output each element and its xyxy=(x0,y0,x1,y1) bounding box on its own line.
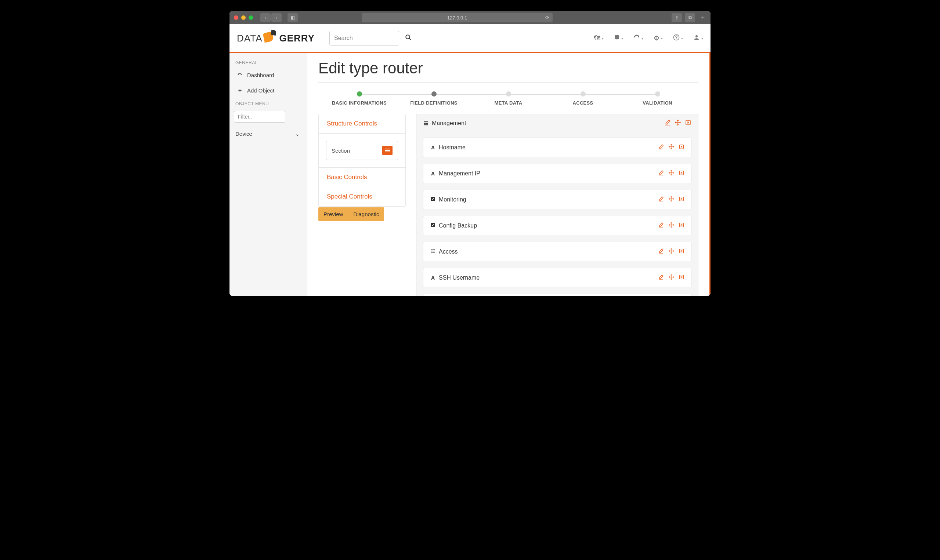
field-edit-button[interactable] xyxy=(658,248,664,255)
field-row[interactable]: AManagement IP xyxy=(423,164,692,183)
field-edit-button[interactable] xyxy=(658,222,664,229)
field-row[interactable]: SSH Password xyxy=(423,294,692,296)
step-basic-informations[interactable]: BASIC INFORMATIONS xyxy=(322,91,396,106)
controls-special-header[interactable]: Special Controls xyxy=(319,187,405,206)
nav-map-dropdown[interactable]: 🗺▾ xyxy=(594,34,604,42)
sidebar-item-dashboard[interactable]: Dashboard xyxy=(232,68,305,83)
field-delete-button[interactable] xyxy=(678,248,684,255)
field-delete-button[interactable] xyxy=(678,222,684,229)
step-line xyxy=(434,94,509,95)
field-edit-button[interactable] xyxy=(658,274,664,281)
field-move-button[interactable] xyxy=(668,196,674,203)
gauge-icon xyxy=(633,34,640,43)
field-edit-button[interactable] xyxy=(658,170,664,177)
field-move-button[interactable] xyxy=(668,170,674,177)
svg-point-22 xyxy=(431,251,431,251)
field-delete-button[interactable] xyxy=(678,274,684,281)
tree-item-label: Device xyxy=(235,131,252,137)
field-row[interactable]: ASSH Username xyxy=(423,268,692,287)
svg-point-20 xyxy=(431,249,431,250)
window-minimize-button[interactable] xyxy=(241,15,246,20)
svg-rect-10 xyxy=(424,123,425,124)
field-row[interactable]: Monitoring xyxy=(423,190,692,209)
field-delete-button[interactable] xyxy=(678,170,684,177)
new-tab-button[interactable]: + xyxy=(700,14,706,22)
nav-help-dropdown[interactable]: ▾ xyxy=(673,34,683,43)
page-title: Edit type router xyxy=(318,60,698,77)
tab-diagnostic[interactable]: Diagnostic xyxy=(348,207,384,221)
step-label: BASIC INFORMATIONS xyxy=(332,100,387,106)
step-line xyxy=(359,94,434,95)
step-meta-data[interactable]: META DATA xyxy=(471,91,546,106)
search-button[interactable] xyxy=(405,34,411,43)
nav-dashboard-dropdown[interactable]: ▾ xyxy=(633,34,643,43)
field-delete-button[interactable] xyxy=(678,196,684,203)
app-logo[interactable]: DATA GERRY xyxy=(237,30,315,46)
plus-icon: ＋ xyxy=(237,87,243,94)
list-field-icon xyxy=(430,248,436,255)
section-icon xyxy=(423,121,429,126)
sidebar-section-general: GENERAL xyxy=(232,57,305,68)
sidebar: GENERAL Dashboard ＋ Add Object OBJECT ME… xyxy=(230,53,307,296)
step-access[interactable]: ACCESS xyxy=(546,91,620,106)
field-delete-button[interactable] xyxy=(678,144,684,151)
svg-point-4 xyxy=(676,38,677,39)
controls-basic-header[interactable]: Basic Controls xyxy=(319,168,405,187)
section-move-button[interactable] xyxy=(675,119,681,127)
field-label-text: SSH Username xyxy=(439,274,479,281)
step-dot xyxy=(506,91,511,97)
field-move-button[interactable] xyxy=(668,144,674,151)
section-draggable-block[interactable]: Section xyxy=(326,141,398,160)
field-move-button[interactable] xyxy=(668,248,674,255)
traffic-lights xyxy=(234,15,253,20)
gears-icon: ⚙ xyxy=(653,34,660,42)
user-icon xyxy=(693,34,700,43)
sidebar-item-add-object[interactable]: ＋ Add Object xyxy=(232,83,305,98)
svg-point-0 xyxy=(406,35,410,39)
section-name: Management xyxy=(432,120,466,127)
window-zoom-button[interactable] xyxy=(248,15,253,20)
main-content: Edit type router BASIC INFORMATIONSFIELD… xyxy=(307,53,710,296)
window-close-button[interactable] xyxy=(234,15,238,20)
tab-preview[interactable]: Preview xyxy=(318,207,348,221)
drag-handle-icon[interactable] xyxy=(382,146,393,155)
step-label: ACCESS xyxy=(573,100,593,106)
section-edit-button[interactable] xyxy=(664,119,671,127)
reload-icon[interactable]: ⟳ xyxy=(545,15,550,20)
nav-user-dropdown[interactable]: ▾ xyxy=(693,34,703,43)
nav-database-dropdown[interactable]: ▾ xyxy=(614,34,623,42)
field-row[interactable]: Config Backup xyxy=(423,216,692,235)
divider xyxy=(318,82,698,83)
controls-structure-header[interactable]: Structure Controls xyxy=(319,114,405,134)
url-bar[interactable]: 127.0.0.1 ⟳ xyxy=(362,13,553,22)
svg-point-5 xyxy=(695,35,698,37)
svg-rect-12 xyxy=(424,125,428,125)
step-dot xyxy=(357,91,362,97)
field-row[interactable]: Access xyxy=(423,242,692,261)
field-label-text: Access xyxy=(439,248,458,255)
search-input[interactable] xyxy=(329,31,399,46)
browser-forward-button[interactable]: › xyxy=(271,13,282,22)
field-edit-button[interactable] xyxy=(658,196,664,203)
step-field-definitions[interactable]: FIELD DEFINITIONS xyxy=(396,91,471,106)
step-validation[interactable]: VALIDATION xyxy=(620,91,695,106)
browser-sidebar-toggle[interactable]: ◧ xyxy=(288,13,298,22)
browser-back-button[interactable]: ‹ xyxy=(260,13,271,22)
svg-line-1 xyxy=(409,38,411,40)
nav-settings-dropdown[interactable]: ⚙▾ xyxy=(653,34,663,42)
field-move-button[interactable] xyxy=(668,274,674,281)
field-move-button[interactable] xyxy=(668,222,674,229)
browser-window: ‹ › ◧ 127.0.0.1 ⟳ ⇪ ⧉ + DATA GERRY xyxy=(230,11,710,296)
field-edit-button[interactable] xyxy=(658,144,664,151)
tabs-button[interactable]: ⧉ xyxy=(685,13,695,22)
object-filter-input[interactable] xyxy=(234,111,285,123)
share-button[interactable]: ⇪ xyxy=(672,13,682,22)
field-row[interactable]: AHostname xyxy=(423,138,692,157)
tree-item-device[interactable]: Device ⌄ xyxy=(232,127,305,140)
step-line xyxy=(509,94,583,95)
checkbox-field-icon xyxy=(430,196,436,203)
step-line xyxy=(583,94,658,95)
section-delete-button[interactable] xyxy=(685,119,692,127)
controls-panel: Structure Controls Section Basic Control… xyxy=(318,114,406,207)
dashboard-icon xyxy=(237,72,243,78)
